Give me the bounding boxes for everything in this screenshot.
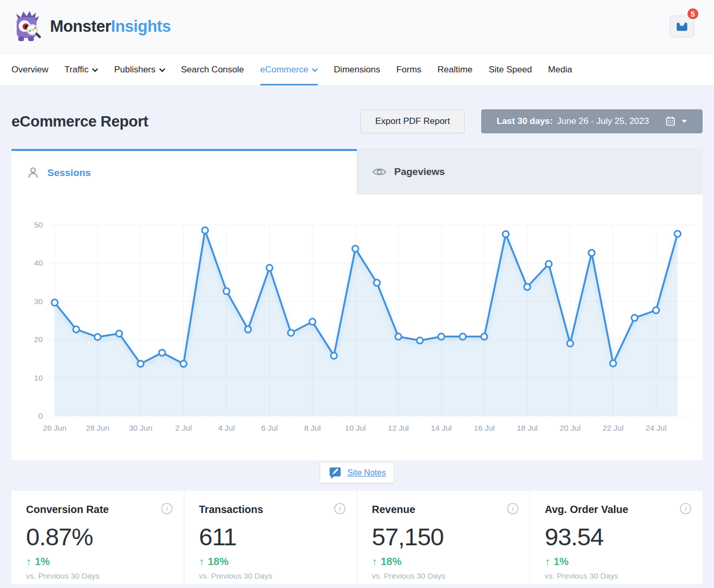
stat-card-avg-order-value: Avg. Order Value i 93.54 ↑ 1% vs. Previo…	[530, 491, 703, 584]
chevron-down-icon	[159, 68, 165, 72]
stat-value: 57,150	[372, 522, 518, 551]
arrow-up-icon: ↑	[26, 556, 31, 568]
stat-change-value: 18%	[381, 556, 402, 568]
stat-compare: vs. Previous 30 Days	[545, 571, 691, 580]
app-header: MonsterInsights 5	[0, 0, 714, 54]
site-notes-label: Site Notes	[347, 468, 386, 478]
arrow-up-icon: ↑	[199, 556, 204, 568]
svg-text:8 Jul: 8 Jul	[304, 423, 321, 432]
stat-value: 93.54	[545, 522, 691, 551]
nav-item-media[interactable]: Media	[548, 54, 572, 85]
stats-row: Conversion Rate i 0.87% ↑ 1% vs. Previou…	[11, 491, 703, 584]
svg-text:18 Jul: 18 Jul	[517, 423, 537, 432]
stat-value: 0.87%	[26, 522, 172, 551]
svg-text:6 Jul: 6 Jul	[261, 423, 278, 432]
svg-text:2 Jul: 2 Jul	[176, 423, 192, 432]
site-notes-icon	[328, 466, 342, 480]
person-icon	[27, 166, 40, 179]
metric-tabs: Sessions Pageviews	[11, 149, 703, 194]
svg-text:28 Jun: 28 Jun	[86, 423, 109, 432]
svg-text:i: i	[685, 505, 687, 512]
nav-item-ecommerce[interactable]: eCommerce	[260, 54, 318, 85]
stat-card-transactions: Transactions i 611 ↑ 18% vs. Previous 30…	[184, 491, 357, 584]
page-title: eCommerce Report	[11, 113, 148, 130]
stat-change-value: 18%	[208, 556, 229, 568]
nav-item-overview[interactable]: Overview	[11, 54, 48, 85]
svg-text:22 Jul: 22 Jul	[603, 423, 623, 432]
svg-text:30: 30	[34, 297, 43, 306]
tab-sessions[interactable]: Sessions	[11, 149, 357, 194]
chart-svg[interactable]: 0102030405026 Jun28 Jun30 Jun2 Jul4 Jul6…	[11, 194, 703, 460]
tab-pageviews[interactable]: Pageviews	[357, 149, 703, 194]
stat-title: Revenue	[372, 504, 518, 516]
chevron-down-icon	[92, 68, 98, 72]
stat-change-value: 1%	[35, 556, 50, 568]
svg-text:10: 10	[34, 373, 43, 382]
site-notes-button[interactable]: Site Notes	[320, 462, 394, 483]
stat-value: 611	[199, 522, 345, 551]
svg-text:i: i	[166, 505, 168, 512]
stat-title: Conversion Rate	[26, 504, 172, 516]
notification-badge[interactable]: 5	[686, 7, 699, 20]
nav-item-forms[interactable]: Forms	[396, 54, 421, 85]
stat-change: ↑ 1%	[26, 556, 172, 568]
info-icon[interactable]: i	[680, 503, 692, 517]
nav-item-site-speed[interactable]: Site Speed	[488, 54, 532, 85]
svg-text:0: 0	[39, 411, 43, 420]
primary-nav: Overview Traffic Publishers Search Conso…	[0, 54, 714, 86]
date-range-button[interactable]: Last 30 days: June 26 - July 25, 2023	[481, 109, 703, 133]
svg-text:i: i	[339, 505, 341, 512]
caret-down-icon	[682, 120, 687, 123]
report-header: eCommerce Report Export PDF Report Last …	[0, 86, 714, 149]
stat-change: ↑ 1%	[545, 556, 691, 568]
svg-text:30 Jun: 30 Jun	[129, 423, 152, 432]
brand-insights: Insights	[111, 17, 171, 35]
svg-text:i: i	[512, 505, 514, 512]
date-range-value: June 26 - July 25, 2023	[557, 116, 649, 127]
nav-item-dimensions[interactable]: Dimensions	[334, 54, 380, 85]
nav-item-traffic[interactable]: Traffic	[65, 54, 98, 85]
arrow-up-icon: ↑	[372, 556, 377, 568]
monsterinsights-logo: MonsterInsights	[12, 10, 171, 43]
date-range-label: Last 30 days:	[497, 116, 553, 127]
brand-text: MonsterInsights	[50, 17, 171, 36]
stat-change-value: 1%	[554, 556, 569, 568]
svg-text:16 Jul: 16 Jul	[474, 423, 495, 432]
export-pdf-button[interactable]: Export PDF Report	[360, 109, 465, 133]
svg-text:20: 20	[34, 335, 43, 344]
info-icon[interactable]: i	[161, 503, 173, 517]
nav-item-publishers[interactable]: Publishers	[114, 54, 165, 85]
svg-text:12 Jul: 12 Jul	[388, 423, 409, 432]
stat-card-revenue: Revenue i 57,150 ↑ 18% vs. Previous 30 D…	[357, 491, 530, 584]
tab-pageviews-label: Pageviews	[394, 166, 445, 178]
stat-compare: vs. Previous 30 Days	[372, 571, 518, 580]
arrow-up-icon: ↑	[545, 556, 550, 568]
site-notes-row: Site Notes	[0, 462, 714, 483]
stat-change: ↑ 18%	[199, 556, 345, 568]
nav-item-search-console[interactable]: Search Console	[181, 54, 244, 85]
svg-text:14 Jul: 14 Jul	[431, 423, 452, 432]
svg-text:40: 40	[34, 258, 43, 267]
inbox-icon	[675, 20, 689, 33]
calendar-icon	[666, 116, 675, 127]
svg-text:4 Jul: 4 Jul	[218, 423, 235, 432]
stat-title: Transactions	[199, 504, 345, 516]
stat-compare: vs. Previous 30 Days	[26, 571, 172, 580]
eye-icon	[372, 167, 386, 177]
sessions-line-chart: 0102030405026 Jun28 Jun30 Jun2 Jul4 Jul6…	[11, 194, 703, 460]
svg-text:24 Jul: 24 Jul	[646, 423, 667, 432]
info-icon[interactable]: i	[507, 503, 519, 517]
svg-text:26 Jun: 26 Jun	[43, 423, 66, 432]
stat-change: ↑ 18%	[372, 556, 518, 568]
brand-monster: Monster	[50, 17, 111, 35]
stat-card-conversion-rate: Conversion Rate i 0.87% ↑ 1% vs. Previou…	[11, 491, 184, 584]
monster-mascot-icon	[12, 10, 43, 43]
info-icon[interactable]: i	[334, 503, 346, 517]
svg-text:20 Jul: 20 Jul	[560, 423, 581, 432]
tab-sessions-label: Sessions	[47, 167, 91, 179]
chevron-down-icon	[312, 68, 318, 72]
svg-text:50: 50	[34, 220, 43, 229]
nav-item-realtime[interactable]: Realtime	[437, 54, 472, 85]
report-panel: Sessions Pageviews 0102030405026 Jun28 J…	[11, 149, 703, 460]
svg-text:10 Jul: 10 Jul	[345, 423, 366, 432]
